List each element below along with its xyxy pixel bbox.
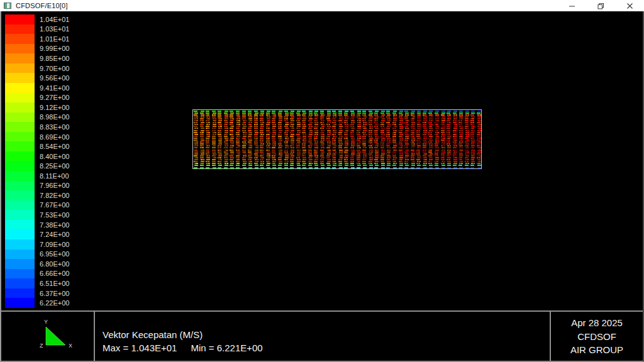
legend-row: 7.53E+00 (5, 210, 69, 220)
legend-value: 7.53E+00 (40, 211, 69, 219)
legend-value: 9.99E+00 (40, 45, 69, 52)
window-controls (557, 0, 644, 11)
legend-swatch (5, 250, 35, 260)
legend-value: 7.67E+00 (40, 201, 69, 209)
vector-field-plot[interactable] (192, 109, 482, 169)
legend-value: 7.38E+00 (40, 221, 69, 229)
legend-value: 7.09E+00 (40, 241, 69, 248)
legend-value: 8.40E+00 (40, 153, 69, 160)
legend-swatch (5, 161, 35, 171)
legend-row: 9.56E+00 (5, 73, 69, 83)
legend-row: 9.27E+00 (5, 93, 69, 103)
legend-row: 8.40E+00 (5, 151, 69, 162)
info-panel: Apr 28 2025 CFDSOF AIR GROUP (550, 312, 643, 361)
legend-row: 9.41E+00 (5, 83, 69, 93)
app-window: CFDSOF/E10[0] 1.04E+011.03E+011.01E+019.… (0, 0, 644, 362)
legend-row: 9.85E+00 (5, 53, 69, 63)
legend-swatch (5, 220, 35, 230)
legend-row: 7.38E+00 (5, 220, 69, 230)
legend-value: 6.95E+00 (40, 250, 69, 258)
legend-row: 8.25E+00 (5, 161, 69, 171)
legend-swatch (5, 63, 35, 74)
legend-value: 8.25E+00 (40, 162, 69, 170)
legend-value: 9.70E+00 (40, 65, 69, 72)
legend-row: 7.82E+00 (5, 190, 69, 200)
legend-swatch (5, 181, 35, 191)
legend-swatch (5, 112, 35, 123)
legend-swatch (5, 278, 35, 288)
legend-value: 9.85E+00 (40, 55, 69, 62)
legend-swatch (5, 171, 35, 181)
legend-value: 7.82E+00 (40, 192, 69, 199)
viewport[interactable]: 1.04E+011.03E+011.01E+019.99E+009.85E+00… (0, 11, 644, 362)
legend-swatch (5, 83, 35, 93)
legend-swatch (5, 25, 35, 35)
legend-value: 8.11E+00 (40, 172, 69, 180)
legend-value: 8.54E+00 (40, 143, 69, 150)
legend-value: 9.41E+00 (40, 84, 69, 92)
axis-triad-panel: Y X Z (1, 312, 95, 361)
legend-swatch (5, 229, 35, 239)
legend-swatch (5, 190, 35, 200)
status-bar: Y X Z Vektor Kecepatan (M/S) Max = 1.043… (1, 310, 643, 361)
legend-swatch (5, 34, 35, 44)
minimize-icon[interactable] (557, 0, 586, 11)
legend-value: 9.12E+00 (40, 104, 69, 111)
legend-swatch (5, 200, 35, 211)
legend-row: 7.09E+00 (5, 239, 69, 250)
legend-value: 8.98E+00 (40, 113, 69, 121)
window-title: CFDSOF/E10[0] (16, 2, 68, 9)
legend-row: 7.96E+00 (5, 181, 69, 191)
legend-row: 7.67E+00 (5, 200, 69, 211)
legend-swatch (5, 132, 35, 142)
app-label: CFDSOF (577, 331, 616, 342)
legend-row: 9.70E+00 (5, 63, 69, 74)
title-bar[interactable]: CFDSOF/E10[0] (0, 0, 644, 11)
legend-value: 6.22E+00 (40, 299, 69, 307)
legend-value: 1.04E+01 (40, 16, 69, 23)
legend-row: 6.95E+00 (5, 250, 69, 260)
legend-value: 9.56E+00 (40, 74, 69, 82)
date-label: Apr 28 2025 (571, 317, 623, 328)
legend-value: 6.37E+00 (40, 290, 69, 297)
legend-row: 6.66E+00 (5, 269, 69, 279)
vector-field-canvas (193, 110, 481, 168)
legend-swatch (5, 298, 35, 308)
axis-triad-icon: Y X Z (38, 315, 75, 354)
legend-swatch (5, 93, 35, 103)
legend-row: 1.03E+01 (5, 25, 69, 35)
legend-value: 8.69E+00 (40, 133, 69, 141)
legend-swatch (5, 239, 35, 250)
axis-z-label: Z (40, 343, 43, 349)
legend-value: 7.24E+00 (40, 231, 69, 238)
close-icon[interactable] (615, 0, 644, 11)
maximize-icon[interactable] (586, 0, 615, 11)
min-value: Min = 6.221E+00 (191, 343, 262, 353)
legend-value: 1.01E+01 (40, 35, 69, 43)
color-legend: 1.04E+011.03E+011.01E+019.99E+009.85E+00… (5, 14, 69, 308)
max-value: Max = 1.043E+01 (103, 343, 177, 353)
axis-y-label: Y (44, 319, 48, 325)
legend-swatch (5, 269, 35, 279)
legend-swatch (5, 102, 35, 112)
legend-value: 8.83E+00 (40, 123, 69, 131)
legend-row: 6.22E+00 (5, 298, 69, 308)
minmax-readout: Max = 1.043E+01Min = 6.221E+00 (103, 341, 550, 355)
legend-row: 6.51E+00 (5, 278, 69, 288)
legend-swatch (5, 141, 35, 151)
legend-row: 6.37E+00 (5, 288, 69, 299)
plot-title: Vektor Kecepatan (M/S) (103, 328, 550, 341)
legend-swatch (5, 122, 35, 132)
legend-row: 8.69E+00 (5, 132, 69, 142)
legend-row: 1.01E+01 (5, 34, 69, 44)
legend-row: 1.04E+01 (5, 14, 69, 25)
legend-row: 8.11E+00 (5, 171, 69, 181)
legend-swatch (5, 53, 35, 63)
legend-value: 9.27E+00 (40, 94, 69, 101)
legend-row: 8.98E+00 (5, 112, 69, 123)
legend-swatch (5, 259, 35, 269)
legend-row: 9.99E+00 (5, 44, 69, 54)
legend-value: 6.80E+00 (40, 260, 69, 268)
legend-value: 7.96E+00 (40, 182, 69, 189)
legend-swatch (5, 44, 35, 54)
